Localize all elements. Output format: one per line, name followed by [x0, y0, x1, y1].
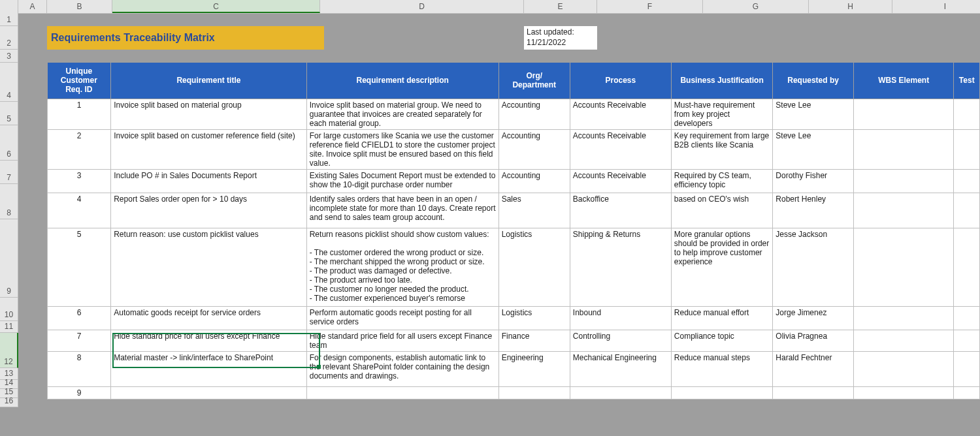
cell[interactable]: 3	[48, 169, 111, 193]
cell[interactable]: Steve Lee	[773, 99, 853, 129]
cell[interactable]	[853, 129, 954, 169]
table-header[interactable]: Test	[954, 63, 980, 99]
cell[interactable]	[853, 169, 954, 193]
table-header[interactable]: Requested by	[773, 63, 853, 99]
cell[interactable]: Compliance topic	[671, 330, 773, 351]
row-header-11[interactable]: 11	[0, 321, 18, 333]
cell[interactable]: Logistics	[498, 306, 570, 330]
cell[interactable]	[954, 169, 980, 193]
cell[interactable]: Invoice split based on material group	[111, 99, 307, 129]
table-header[interactable]: Unique Customer Req. ID	[48, 63, 111, 99]
table-row[interactable]: 3Include PO # in Sales Documents ReportE…	[48, 169, 980, 193]
cell[interactable]	[954, 330, 980, 351]
cell[interactable]: 2	[48, 129, 111, 169]
cell[interactable]: Dorothy Fisher	[773, 169, 853, 193]
table-row[interactable]: 8Material master -> link/interface to Sh…	[48, 351, 980, 386]
cell[interactable]: Existing Sales Document Report must be e…	[306, 169, 498, 193]
cell[interactable]	[853, 193, 954, 228]
column-header-H[interactable]: H	[809, 0, 892, 13]
cell[interactable]	[853, 330, 954, 351]
column-header-I[interactable]: I	[892, 0, 980, 13]
cell[interactable]: Steve Lee	[773, 129, 853, 169]
cell[interactable]: Accounts Receivable	[570, 99, 671, 129]
cell[interactable]: Invoice split based on material group. W…	[306, 99, 498, 129]
cell[interactable]	[111, 386, 307, 399]
requirements-table[interactable]: Unique Customer Req. IDRequirement title…	[47, 63, 980, 399]
cell[interactable]: Return reasons picklist should show cust…	[306, 228, 498, 306]
table-header[interactable]: Requirement description	[306, 63, 498, 99]
cell[interactable]: 7	[48, 330, 111, 351]
cell[interactable]	[570, 386, 671, 399]
cell[interactable]: More granular options should be provided…	[671, 228, 773, 306]
cell[interactable]: Report Sales order open for > 10 days	[111, 193, 307, 228]
cell[interactable]	[954, 193, 980, 228]
table-header[interactable]: Org/ Department	[498, 63, 570, 99]
cell[interactable]: Perform automatic goods receipt posting …	[306, 306, 498, 330]
table-row[interactable]: 6Automatic goods receipt for service ord…	[48, 306, 980, 330]
cell[interactable]: Include PO # in Sales Documents Report	[111, 169, 307, 193]
cell[interactable]: based on CEO's wish	[671, 193, 773, 228]
select-all-corner[interactable]	[0, 0, 18, 13]
row-header-1[interactable]: 1	[0, 13, 18, 26]
cell[interactable]: 5	[48, 228, 111, 306]
cell[interactable]	[954, 306, 980, 330]
row-header-9[interactable]: 9	[0, 219, 18, 298]
cell[interactable]: Engineering	[498, 351, 570, 386]
table-row[interactable]: 5Return reason: use custom picklist valu…	[48, 228, 980, 306]
column-header-C[interactable]: C	[112, 0, 320, 13]
cell[interactable]	[306, 386, 498, 399]
cell[interactable]	[954, 228, 980, 306]
row-header-2[interactable]: 2	[0, 26, 18, 50]
cell[interactable]: Accounts Receivable	[570, 169, 671, 193]
cell[interactable]: 4	[48, 193, 111, 228]
cell[interactable]: For design components, establish automat…	[306, 351, 498, 386]
column-header-F[interactable]: F	[597, 0, 703, 13]
grid-area[interactable]: Requirements Traceability Matrix Last up…	[18, 13, 980, 436]
cell[interactable]	[853, 386, 954, 399]
table-row[interactable]: 1Invoice split based on material groupIn…	[48, 99, 980, 129]
table-row[interactable]: 9	[48, 386, 980, 399]
cell[interactable]	[954, 99, 980, 129]
cell[interactable]: Accounting	[498, 169, 570, 193]
row-header-5[interactable]: 5	[0, 102, 18, 125]
cell[interactable]: 6	[48, 306, 111, 330]
cell[interactable]	[954, 351, 980, 386]
cell[interactable]	[954, 386, 980, 399]
cell[interactable]: Must-have requirement from key project d…	[671, 99, 773, 129]
cell[interactable]: Jesse Jackson	[773, 228, 853, 306]
cell[interactable]: Logistics	[498, 228, 570, 306]
cell[interactable]: Sales	[498, 193, 570, 228]
cell[interactable]: Backoffice	[570, 193, 671, 228]
cell[interactable]: 9	[48, 386, 111, 399]
cell[interactable]	[853, 351, 954, 386]
column-header-G[interactable]: G	[703, 0, 809, 13]
row-header-8[interactable]: 8	[0, 184, 18, 219]
row-header-3[interactable]: 3	[0, 50, 18, 63]
cell[interactable]: Inbound	[570, 306, 671, 330]
cell[interactable]: Required by CS team, efficiency topic	[671, 169, 773, 193]
cell[interactable]	[853, 99, 954, 129]
cell[interactable]: Accounting	[498, 99, 570, 129]
row-header-12[interactable]: 12	[0, 333, 18, 368]
cell[interactable]: Identify sales orders that have been in …	[306, 193, 498, 228]
cell[interactable]: Finance	[498, 330, 570, 351]
cell[interactable]: 8	[48, 351, 111, 386]
cell[interactable]	[671, 386, 773, 399]
cell[interactable]: Reduce manual steps	[671, 351, 773, 386]
cell[interactable]: Reduce manual effort	[671, 306, 773, 330]
row-header-4[interactable]: 4	[0, 63, 18, 102]
table-header[interactable]: Process	[570, 63, 671, 99]
row-header-10[interactable]: 10	[0, 298, 18, 321]
cell[interactable]: Material master -> link/interface to Sha…	[111, 351, 307, 386]
table-row[interactable]: 7Hide standard price for all users excep…	[48, 330, 980, 351]
column-header-B[interactable]: B	[47, 0, 112, 13]
cell[interactable]	[853, 306, 954, 330]
table-header[interactable]: Business Justification	[671, 63, 773, 99]
table-row[interactable]: 4Report Sales order open for > 10 daysId…	[48, 193, 980, 228]
cell[interactable]	[954, 129, 980, 169]
cell[interactable]: Return reason: use custom picklist value…	[111, 228, 307, 306]
column-header-A[interactable]: A	[18, 0, 47, 13]
row-header-16[interactable]: 16	[0, 398, 18, 407]
row-header-7[interactable]: 7	[0, 161, 18, 184]
cell[interactable]: Harald Fechtner	[773, 351, 853, 386]
